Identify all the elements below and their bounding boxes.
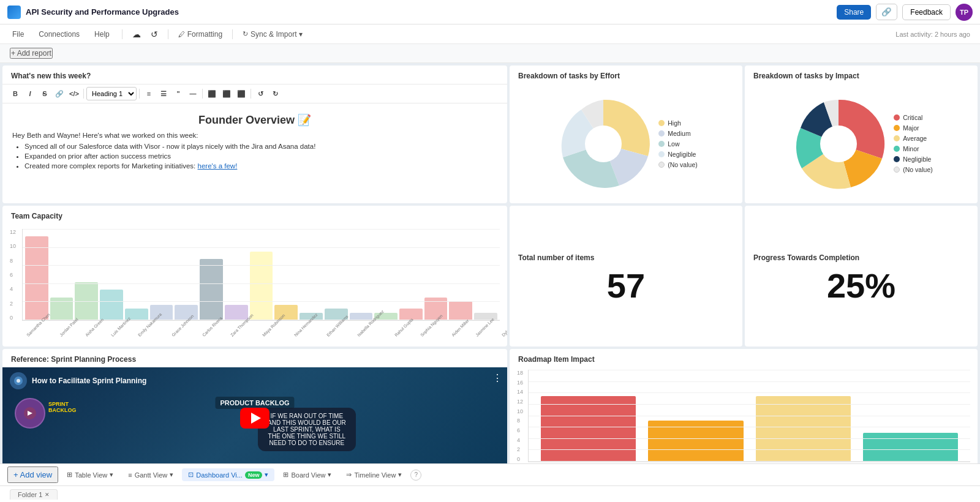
legend-average-dot — [894, 135, 900, 141]
footer-bar: Folder 1 ✕ — [0, 485, 980, 502]
roadmap-bar-critical — [541, 396, 636, 462]
video-play-button[interactable] — [240, 408, 270, 429]
strikethrough-button[interactable]: S — [38, 87, 51, 100]
team-capacity-chart: 0 2 4 6 8 10 12 — [2, 224, 507, 347]
impact-title: Breakdown of tasks by Impact — [745, 66, 978, 84]
divider-button[interactable]: — — [186, 87, 200, 100]
bar-jordan — [50, 298, 74, 320]
bar-zara — [200, 259, 223, 320]
redo-button[interactable]: ↻ — [268, 87, 282, 100]
legend-novalue-dot — [658, 162, 665, 168]
tab-board-chevron: ▾ — [328, 471, 331, 479]
add-report-bar: + Add report — [0, 44, 980, 63]
legend-critical-dot — [894, 114, 900, 121]
impact-legend: Critical Major Average Minor Negligible — [894, 114, 932, 173]
effort-title: Breakdown of tasks by Effort — [510, 66, 742, 84]
roadmap-bars — [528, 370, 970, 462]
editor-intro: Hey Beth and Wayne! Here's what we worke… — [12, 132, 497, 139]
roadmap-bar-minor — [863, 433, 958, 462]
legend-major: Major — [894, 124, 932, 132]
video-thumbnail[interactable]: How to Facilitate Sprint Planning Sprint… — [2, 367, 507, 463]
share-button[interactable]: Share — [837, 5, 871, 20]
sync-import-menu[interactable]: ↻ Sync & Import ▾ — [243, 30, 303, 39]
legend-medium-dot — [658, 130, 665, 137]
tab-table-chevron: ▾ — [110, 471, 113, 479]
app-title: API Security and Performance Upgrades — [26, 7, 832, 17]
whats-new-title: What's new this week? — [2, 66, 507, 84]
legend-impact-novalue-dot — [894, 167, 900, 173]
folder-close-icon: ✕ — [45, 492, 50, 498]
roadmap-chart-area: 0 2 4 6 8 10 12 14 16 18 — [510, 367, 978, 463]
roadmap-y-axis: 0 2 4 6 8 10 12 14 16 18 — [517, 370, 528, 462]
bold-button[interactable]: B — [9, 87, 22, 100]
align-left-button[interactable]: ⬛ — [205, 87, 219, 100]
tab-timeline-view[interactable]: ⇒ Timeline View ▾ — [340, 468, 408, 481]
table-icon: ⊞ — [67, 471, 72, 479]
add-report-button[interactable]: + Add report — [10, 48, 53, 59]
video-panel-title: Reference: Sprint Planning Process — [2, 349, 507, 367]
link-button[interactable]: 🔗 — [876, 4, 897, 20]
bullets-link[interactable]: here's a few! — [198, 162, 238, 170]
tab-gantt-chevron: ▾ — [170, 471, 173, 479]
dashboard-icon: ⊡ — [188, 471, 194, 479]
code-button[interactable]: </> — [67, 87, 81, 100]
add-view-button[interactable]: + Add view — [7, 466, 58, 483]
video-text-overlay: IF WE RAN OUT OF TIME AND THIS WOULD BE … — [258, 408, 356, 451]
bars-container — [22, 229, 500, 321]
video-title-text: How to Facilitate Sprint Planning — [32, 376, 146, 385]
tab-board-view[interactable]: ⊞ Board View ▾ — [277, 468, 337, 481]
menu-help[interactable]: Help — [92, 30, 112, 39]
bullet-1: Synced all of our Salesforce data with V… — [24, 143, 497, 150]
menu-separator-3 — [232, 29, 233, 39]
align-center-button[interactable]: ⬛ — [220, 87, 233, 100]
formatting-menu[interactable]: 🖊 Formatting — [178, 30, 222, 39]
editor-content: Founder Overview 📝 Hey Beth and Wayne! H… — [2, 103, 507, 203]
menu-separator-2 — [168, 29, 168, 39]
align-right-button[interactable]: ⬛ — [235, 87, 248, 100]
avatar: TP — [956, 4, 973, 21]
bullet-list-button[interactable]: ☰ — [157, 87, 170, 100]
bullet-3: Created more complex reports for Marketi… — [24, 162, 497, 170]
legend-medium: Medium — [658, 130, 697, 137]
new-badge: New — [245, 471, 263, 479]
ordered-list-button[interactable]: ≡ — [142, 87, 156, 100]
toolbar-sep-2 — [139, 89, 140, 99]
tab-table-view[interactable]: ⊞ Table View ▾ — [61, 468, 119, 481]
feedback-button[interactable]: Feedback — [902, 4, 951, 20]
video-logo — [10, 372, 27, 389]
legend-impact-negligible-dot — [894, 156, 900, 162]
legend-negligible: Negligible — [658, 151, 697, 158]
heading-select[interactable]: Heading 1 Heading 2 Paragraph — [86, 87, 137, 100]
quote-button[interactable]: " — [172, 87, 185, 100]
tab-dashboard-view[interactable]: ⊡ Dashboard Vi... New ▾ — [182, 468, 274, 481]
italic-button[interactable]: I — [23, 87, 37, 100]
folder-tab[interactable]: Folder 1 ✕ — [10, 489, 58, 500]
tab-gantt-view[interactable]: ≡ Gantt View ▾ — [122, 468, 179, 481]
link-button[interactable]: 🔗 — [53, 87, 66, 100]
roadmap-title: Roadmap Item Impact — [510, 349, 978, 367]
help-button[interactable]: ? — [410, 470, 421, 481]
progress-panel: Progress Towards Completion 25% — [745, 206, 978, 347]
undo-button[interactable]: ↺ — [254, 87, 267, 100]
legend-low: Low — [658, 140, 697, 148]
legend-average: Average — [894, 135, 932, 142]
legend-critical: Critical — [894, 114, 932, 121]
progress-title: Progress Towards Completion — [745, 247, 868, 266]
whats-new-panel: What's new this week? B I S 🔗 </> Headin… — [2, 66, 507, 203]
impact-panel: Breakdown of tasks by Impact — [745, 66, 978, 203]
bar-maya — [225, 305, 248, 320]
bar-labels: Samantha Chen Jordan Patel Aisha Green L… — [10, 334, 500, 339]
roadmap-bar-major — [648, 421, 743, 462]
menu-connections[interactable]: Connections — [36, 30, 82, 39]
bar-nina — [250, 252, 273, 320]
video-menu-dots[interactable]: ⋮ — [492, 372, 502, 384]
menu-file[interactable]: File — [10, 30, 26, 39]
editor-toolbar: B I S 🔗 </> Heading 1 Heading 2 Paragrap… — [2, 84, 507, 103]
app-logo — [7, 6, 21, 19]
total-items-title: Total number of items — [510, 247, 603, 266]
toolbar-sep-3 — [202, 89, 203, 99]
y-axis: 0 2 4 6 8 10 12 — [10, 229, 22, 321]
total-items-value: 57 — [607, 266, 645, 305]
roadmap-bar-average — [756, 396, 851, 462]
effort-legend: High Medium Low Negligible (No value) — [658, 119, 697, 168]
